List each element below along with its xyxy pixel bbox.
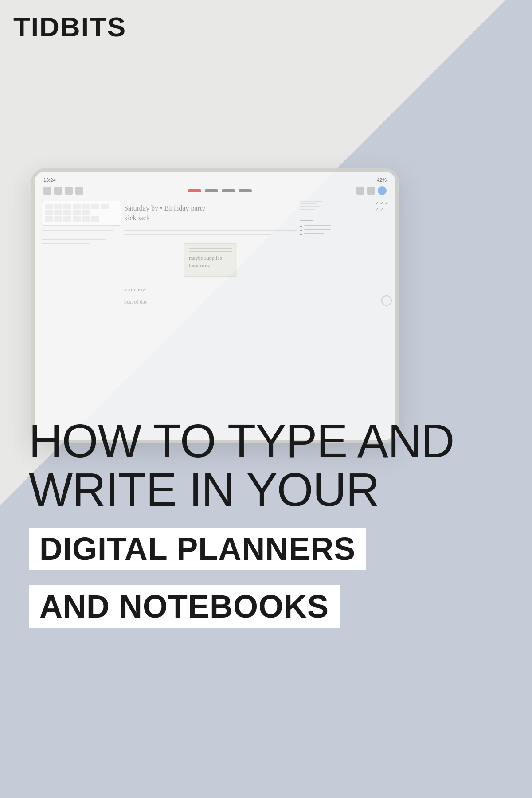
circle-button[interactable] [381,295,392,306]
planner-left-column [42,201,121,431]
toolbar-tabs [188,189,252,192]
calendar-row-2 [45,210,118,215]
planner-right-column: ✓ ✓ ✓ ✓ ✓ [300,201,388,431]
tablet-toolbar [38,184,392,197]
headline-line1: HOW TO TYPE AND [29,415,454,467]
task-line [304,229,331,230]
cal-cell [101,204,109,209]
sticky-note-small: maybe suppliestomorrow [184,243,237,277]
cal-cell [73,204,81,209]
sticky-line [189,248,232,249]
highlight-wrapper-2: AND NOTEBOOKS [29,585,503,636]
cal-cell [63,216,71,222]
calendar-row-3 [45,216,118,222]
checkbox [300,228,302,231]
cal-cell [91,204,99,209]
line [124,230,297,231]
planner-note: somehow [124,286,297,293]
headline: HOW TO TYPE AND WRITE IN YOUR [29,417,503,515]
check-row-1: ✓ ✓ ✓ [375,201,388,206]
planner-left-lines [42,230,121,244]
checkmark: ✓ [375,201,379,206]
tablet-time: 13:24 [43,177,56,183]
task-item-2 [300,228,388,231]
highlight-boxes: DIGITAL PLANNERS AND NOTEBOOKS [29,528,503,643]
toolbar-icon-2 [54,187,62,195]
toolbar-icon-3 [65,187,73,195]
checkmark: ✓ [375,207,379,212]
label-line [300,209,315,210]
checkmarks-area: ✓ ✓ ✓ ✓ ✓ [375,201,388,213]
cal-cell [63,204,71,209]
cal-cell [82,204,90,209]
cal-cell [45,210,53,215]
page-background: TIDBITS 13:24 42% [0,0,532,798]
check-row-2: ✓ ✓ [375,207,388,212]
label-line [300,203,317,204]
cal-cell [45,204,53,209]
highlight-text-2: AND NOTEBOOKS [39,589,329,624]
line [42,235,98,235]
tablet-device: 13:24 42% [31,168,399,443]
sticky-note-area: maybe suppliestomorrow [124,243,297,277]
checkmark: ✓ [380,207,383,212]
planner-section-2 [124,230,297,235]
right-labels [300,201,322,211]
toolbar-tab-2 [222,189,235,192]
tasks-header [300,220,313,221]
tablet-status-bar: 13:24 42% [38,176,392,184]
task-line [304,233,324,234]
sticky-line [189,251,232,252]
toolbar-close-icon [378,186,387,195]
tablet-mockup: 13:24 42% [31,168,399,443]
cal-cell [73,216,81,222]
toolbar-eraser-icon [367,187,375,195]
cal-cell [73,210,81,215]
highlight-box-1: DIGITAL PLANNERS [29,528,366,570]
cal-cell [54,204,62,209]
bottom-note: best of day [124,298,297,306]
cal-cell [82,216,90,222]
toolbar-icon-4 [75,187,83,195]
checkmark: ✓ [385,201,388,206]
task-item-1 [300,224,388,227]
line [42,239,106,240]
highlight-wrapper-1: DIGITAL PLANNERS [29,528,503,578]
planner-content: Saturday by • Birthday partykickback may… [38,199,392,433]
calendar-row-1 [45,204,118,209]
toolbar-tab-1 [205,189,218,192]
cal-cell [63,210,71,215]
right-header: ✓ ✓ ✓ ✓ ✓ [300,201,388,213]
handwriting-bottom: best of day [124,298,297,306]
handwriting-entry-1: Saturday by • Birthday partykickback [124,203,297,223]
highlight-text-1: DIGITAL PLANNERS [39,531,356,567]
cal-cell [45,216,53,222]
toolbar-tab-3 [239,189,252,192]
toolbar-tab-active [188,189,201,192]
line [42,230,113,231]
logo-text: TIDBITS [13,12,126,42]
handwriting-note: somehow [124,286,297,293]
cal-cell [54,210,62,215]
cal-cell [54,216,62,222]
checkbox [300,224,302,227]
cal-cell [91,216,99,222]
tablet-battery: 42% [377,177,387,183]
line [124,234,271,235]
toolbar-pen-icon [356,187,364,195]
tasks-section [300,220,388,235]
sticky-content: maybe suppliestomorrow [189,254,232,270]
headline-line2: WRITE IN YOUR [29,464,379,516]
mini-calendar [42,201,121,226]
label-line [300,206,320,207]
checkmark: ✓ [380,201,383,206]
toolbar-icon-1 [43,187,51,195]
cal-cell [82,210,90,215]
task-line [304,225,331,226]
label-line [300,201,322,202]
line [42,243,90,244]
task-item-3 [300,232,388,235]
highlight-box-2: AND NOTEBOOKS [29,585,340,628]
main-content-area: HOW TO TYPE AND WRITE IN YOUR DIGITAL PL… [29,417,503,643]
logo: TIDBITS [13,13,126,41]
